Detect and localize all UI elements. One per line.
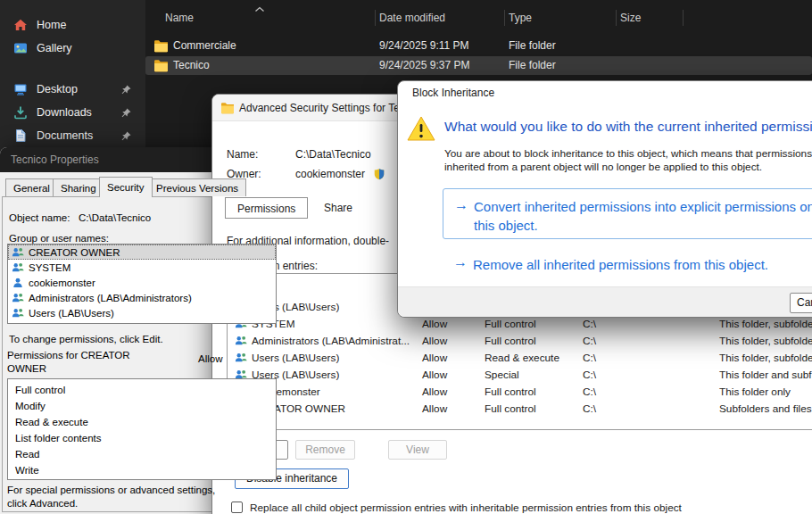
permission-item[interactable]: Write — [8, 462, 276, 478]
convert-permissions-label-line2: this object. — [474, 216, 812, 235]
replace-permissions-checkbox[interactable] — [231, 502, 243, 513]
group-or-user-label: Group or user names: — [9, 233, 109, 244]
group-icon — [235, 352, 247, 364]
advanced-hint-line2: click Advanced. — [7, 498, 78, 509]
permission-entry-row[interactable]: SYSTEM Allow Full control C:\ This folde… — [228, 316, 812, 333]
block-dialog-body-line2: inherited from a parent object will no l… — [444, 161, 762, 173]
file-name: Commerciale — [173, 39, 236, 52]
column-header-name[interactable]: Name — [165, 12, 194, 24]
object-name-value: C:\Data\Tecnico — [79, 212, 151, 223]
home-icon — [13, 18, 28, 32]
entry-applies-to: This folder, subfolde... — [719, 318, 812, 330]
entry-applies-to: This folder, subfolde... — [719, 335, 812, 347]
column-divider[interactable] — [683, 10, 684, 26]
entry-access: Full control — [485, 318, 536, 330]
permissions-listbox[interactable]: Full control Modify Read & execute List … — [7, 378, 277, 480]
tab-sharing[interactable]: Sharing — [53, 178, 104, 196]
entry-access: Read & execute — [485, 352, 559, 364]
owner-value: cookiemonster — [295, 168, 365, 180]
block-dialog-instruction: What would you like to do with the curre… — [444, 119, 812, 135]
permission-entry-row[interactable]: cookiemonster Allow Full control C:\ Thi… — [228, 384, 812, 401]
entry-access: Full control — [485, 386, 536, 398]
principal-item[interactable]: CREATOR OWNER — [8, 245, 276, 260]
remove-button[interactable]: Remove — [295, 440, 355, 460]
column-header-date-modified[interactable]: Date modified — [379, 12, 445, 24]
downloads-icon — [13, 105, 28, 120]
convert-permissions-label-line1: Convert inherited permissions into expli… — [474, 197, 812, 216]
principal-item[interactable]: cookiemonster — [8, 275, 276, 290]
tab-security[interactable]: Security — [99, 177, 153, 197]
permission-item[interactable]: Read — [8, 446, 276, 462]
warning-icon — [407, 115, 435, 142]
pin-icon — [120, 84, 132, 95]
gallery-icon — [13, 41, 28, 55]
entry-applies-to: This folder, subfolde... — [719, 352, 812, 364]
entry-principal: Users (LAB\Users) — [252, 352, 339, 364]
permission-entry-row[interactable]: CREATOR OWNER Allow Full control C:\ Sub… — [228, 401, 812, 418]
desktop-icon — [13, 82, 28, 96]
entry-inherited-from: C:\ — [583, 402, 596, 415]
tab-general[interactable]: General — [5, 178, 58, 196]
entry-inherited-from: C:\ — [583, 386, 596, 398]
sidebar-item-label: Documents — [37, 129, 93, 142]
view-button[interactable]: View — [388, 440, 447, 460]
group-user-listbox[interactable]: CREATOR OWNER SYSTEM cookiemonster Admin… — [7, 244, 277, 324]
documents-icon — [13, 128, 28, 143]
file-row-commerciale[interactable]: Commerciale 9/24/2025 9:11 PM File folde… — [145, 37, 812, 55]
sidebar-item-home[interactable]: Home — [5, 14, 140, 36]
file-row-tecnico[interactable]: Tecnico 9/24/2025 9:37 PM File folder — [145, 56, 812, 75]
principal-item[interactable]: SYSTEM — [8, 260, 276, 275]
remove-permissions-command-link[interactable]: → Remove all inherited permissions from … — [443, 249, 812, 281]
column-divider[interactable] — [504, 10, 505, 26]
permissions-for-label: Permissions for CREATOR OWNER — [7, 349, 150, 376]
tab-permissions[interactable]: Permissions — [225, 197, 308, 219]
desktop-screen: Home Gallery Desktop Downloads Documents — [0, 0, 812, 514]
sidebar-item-label: Gallery — [37, 42, 72, 54]
entry-inherited-from: C:\ — [583, 318, 596, 330]
tab-share[interactable]: Share — [312, 197, 364, 219]
entry-applies-to: This folder and subf... — [719, 369, 812, 381]
file-name: Tecnico — [173, 59, 210, 71]
entry-inherited-from: C:\ — [583, 369, 596, 381]
sidebar-item-desktop[interactable]: Desktop — [5, 79, 140, 100]
file-date-modified: 9/24/2025 9:11 PM — [379, 39, 469, 52]
group-icon — [12, 292, 24, 304]
cancel-button[interactable]: Cancel — [790, 293, 812, 313]
principal-name: cookiemonster — [29, 278, 95, 288]
pin-icon — [120, 107, 132, 119]
permission-entry-row[interactable]: Administrators (LAB\Administrat... Allow… — [228, 333, 812, 350]
file-date-modified: 9/24/2025 9:37 PM — [379, 59, 469, 71]
permission-item[interactable]: Read & execute — [8, 414, 276, 430]
sidebar-item-label: Desktop — [37, 83, 78, 95]
column-header-size[interactable]: Size — [620, 12, 641, 24]
group-icon — [12, 307, 24, 319]
convert-permissions-command-link[interactable]: → Convert inherited permissions into exp… — [443, 188, 812, 239]
entry-access: Full control — [485, 402, 536, 415]
column-header-type[interactable]: Type — [509, 12, 532, 24]
principal-item[interactable]: Users (LAB\Users) — [8, 305, 276, 320]
permission-item[interactable]: Full control — [8, 382, 276, 398]
permission-entry-row[interactable]: Users (LAB\Users) Allow Special C:\ This… — [228, 367, 812, 384]
principal-item[interactable]: Administrators (LAB\Administrators) — [8, 290, 276, 305]
entry-applies-to: This folder only — [719, 386, 791, 398]
name-label: Name: — [227, 148, 258, 161]
column-divider[interactable] — [616, 10, 617, 26]
entry-type: Allow — [422, 335, 447, 347]
advanced-hint-line1: For special permissions or advanced sett… — [7, 485, 215, 495]
sidebar-item-documents[interactable]: Documents — [5, 125, 140, 146]
sidebar-item-gallery[interactable]: Gallery — [5, 37, 140, 59]
tab-previous-versions[interactable]: Previous Versions — [148, 178, 246, 196]
permission-item[interactable]: List folder contents — [8, 430, 276, 446]
arrow-right-icon: → — [454, 197, 468, 213]
sidebar-item-downloads[interactable]: Downloads — [5, 102, 140, 123]
entry-type: Allow — [422, 318, 447, 330]
pin-icon — [120, 130, 132, 142]
column-divider[interactable] — [375, 10, 376, 26]
entry-access: Full control — [485, 335, 536, 347]
permission-entry-row[interactable]: Users (LAB\Users) Allow Read & execute C… — [228, 350, 812, 367]
replace-permissions-label: Replace all child object permission entr… — [250, 502, 682, 514]
file-list-header: Name Date modified Type Size — [145, 9, 812, 29]
permission-item[interactable]: Modify — [8, 398, 276, 414]
allow-column-label: Allow — [198, 353, 222, 364]
advanced-dialog-title: Advanced Security Settings for Te — [239, 102, 400, 114]
